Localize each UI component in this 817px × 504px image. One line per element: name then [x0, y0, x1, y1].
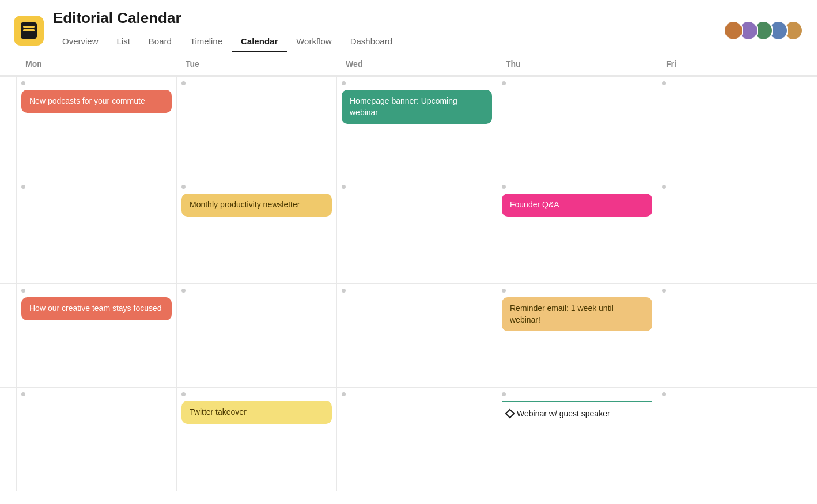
dot — [21, 289, 25, 293]
cell-r4-mon — [16, 387, 176, 491]
dot — [181, 81, 186, 85]
dot — [662, 81, 666, 85]
dot — [342, 392, 346, 396]
header: Editorial Calendar Overview List Board T… — [0, 0, 817, 52]
event-webinar-row: Webinar w/ guest speaker — [502, 401, 652, 422]
avatar-group — [724, 21, 803, 40]
cell-r3-fri — [657, 283, 817, 387]
dot — [502, 185, 506, 189]
cell-r1-mon: New podcasts for your commute — [16, 76, 176, 180]
cell-r1-fri — [657, 76, 817, 180]
cell-r2-mon — [16, 180, 176, 283]
dot — [181, 185, 186, 189]
day-mon: Mon — [16, 52, 176, 75]
dot — [21, 392, 25, 396]
day-fri: Fri — [657, 52, 817, 75]
tab-timeline[interactable]: Timeline — [181, 32, 232, 52]
dot — [342, 81, 346, 85]
dot — [21, 185, 25, 189]
dot — [502, 289, 506, 293]
event-podcasts[interactable]: New podcasts for your commute — [21, 90, 172, 113]
cell-r1-thu — [497, 76, 657, 180]
cell-r3-wed — [336, 283, 497, 387]
tab-board[interactable]: Board — [139, 32, 181, 52]
calendar: Mon Tue Wed Thu Fri New podcasts for you… — [0, 52, 817, 504]
dot — [181, 289, 186, 293]
logo-icon — [21, 22, 37, 39]
cell-r2-thu: Founder Q&A — [497, 180, 657, 283]
cell-r1-tue — [176, 76, 336, 180]
cell-r3-thu: Reminder email: 1 week until webinar! — [497, 283, 657, 387]
cell-r2-fri — [657, 180, 817, 283]
event-webinar[interactable]: Webinar w/ guest speaker — [502, 406, 652, 422]
day-headers: Mon Tue Wed Thu Fri — [0, 52, 817, 76]
dot — [342, 185, 346, 189]
gutter-row-1 — [0, 76, 16, 180]
nav-tabs: Overview List Board Timeline Calendar Wo… — [53, 32, 724, 52]
gutter-row-2 — [0, 180, 16, 283]
dot — [342, 289, 346, 293]
dot — [662, 185, 666, 189]
day-wed: Wed — [336, 52, 497, 75]
dot — [181, 392, 186, 396]
event-twitter-takeover[interactable]: Twitter takeover — [181, 401, 332, 424]
calendar-grid: New podcasts for your commute Homepage b… — [0, 76, 817, 491]
tab-overview[interactable]: Overview — [53, 32, 108, 52]
dot — [662, 289, 666, 293]
cell-r3-tue — [176, 283, 336, 387]
tab-list[interactable]: List — [108, 32, 139, 52]
event-founder-qa[interactable]: Founder Q&A — [502, 194, 652, 217]
cell-r3-mon: How our creative team stays focused — [16, 283, 176, 387]
app-logo — [14, 16, 44, 46]
tab-workflow[interactable]: Workflow — [287, 32, 341, 52]
cell-r2-tue: Monthly productivity newsletter — [176, 180, 336, 283]
cell-r1-wed: Homepage banner: Upcoming webinar — [336, 76, 497, 180]
cell-r4-wed — [336, 387, 497, 491]
gutter-row-4 — [0, 387, 16, 491]
dot — [502, 392, 506, 396]
page-title: Editorial Calendar — [53, 9, 724, 27]
gutter-spacer — [0, 52, 16, 75]
event-newsletter[interactable]: Monthly productivity newsletter — [181, 194, 332, 217]
day-tue: Tue — [176, 52, 336, 75]
day-thu: Thu — [497, 52, 657, 75]
diamond-icon — [505, 409, 515, 419]
header-title-area: Editorial Calendar Overview List Board T… — [53, 9, 724, 52]
tab-calendar[interactable]: Calendar — [232, 32, 287, 52]
avatar-1 — [724, 21, 743, 40]
cell-r2-wed — [336, 180, 497, 283]
dot — [21, 81, 25, 85]
event-reminder-email[interactable]: Reminder email: 1 week until webinar! — [502, 297, 652, 331]
dot — [502, 81, 506, 85]
event-creative-team[interactable]: How our creative team stays focused — [21, 297, 172, 320]
dot — [662, 392, 666, 396]
tab-dashboard[interactable]: Dashboard — [341, 32, 402, 52]
gutter-row-3 — [0, 283, 16, 387]
cell-r4-thu: Webinar w/ guest speaker — [497, 387, 657, 491]
cell-r4-tue: Twitter takeover — [176, 387, 336, 491]
cell-r4-fri — [657, 387, 817, 491]
event-homepage-banner[interactable]: Homepage banner: Upcoming webinar — [342, 90, 492, 124]
